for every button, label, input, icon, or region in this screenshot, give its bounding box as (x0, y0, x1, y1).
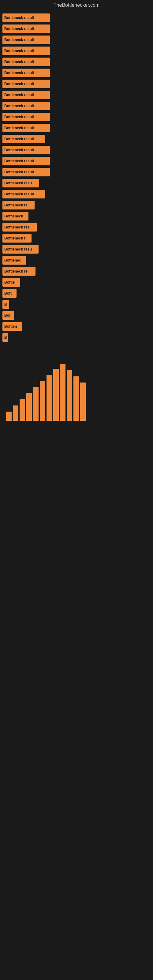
bottleneck-bar: Bottle (2, 278, 20, 286)
vertical-bar (40, 381, 45, 421)
bottleneck-bar: Bottleneck result (2, 46, 50, 55)
bottleneck-bar: Bottleneck resu (2, 245, 38, 254)
bar-label: Bottleneck result (4, 126, 34, 130)
bottleneck-bar: Bottlenec (2, 256, 26, 265)
bar-row: Bottleneck resu (2, 179, 153, 188)
bar-label: Bottleneck resu (4, 247, 32, 251)
bar-row: Bottleneck (2, 212, 153, 221)
bottleneck-bar: Bottleneck result (2, 102, 50, 110)
bar-label: Bottleneck result (4, 49, 34, 53)
bar-label: Bottleneck result (4, 115, 34, 119)
bar-row: Bottleneck r (2, 234, 153, 243)
bottleneck-bar: Bottleneck result (2, 146, 50, 154)
vertical-bar (13, 406, 18, 421)
site-title: TheBottlenecker.com (0, 0, 153, 10)
vertical-bar (19, 399, 25, 421)
bar-row: Bottleneck result (2, 168, 153, 177)
vertical-bar (26, 393, 32, 421)
bar-row: Bottleneck result (2, 24, 153, 33)
bottleneck-bar: Bottleneck result (2, 57, 50, 66)
bar-row: Bottleneck re (2, 267, 153, 275)
bottleneck-bar: Bottleneck result (2, 68, 50, 77)
bar-row: Bott (2, 289, 153, 298)
bar-row: Bottleneck result (2, 46, 153, 55)
bar-row: Bottle (2, 278, 153, 286)
bottleneck-bar: Bottleneck result (2, 124, 50, 132)
bar-label: Bot (4, 313, 10, 318)
bar-label: Bottleneck result (4, 71, 34, 75)
bar-row: Bottleneck result (2, 35, 153, 44)
bar-row: Bottleneck resu (2, 245, 153, 254)
bar-label: Bottleneck res (4, 225, 30, 229)
bar-label: Bottleneck result (4, 16, 34, 20)
bottleneck-bar: Bottleneck result (2, 168, 50, 177)
bar-row: Bottleneck result (2, 113, 153, 121)
bar-label: Bottleneck (4, 214, 23, 218)
vertical-bar (73, 376, 79, 421)
bar-row: Bottleneck res (2, 223, 153, 232)
vertical-bar (60, 364, 65, 421)
bar-row: Bottleneck result (2, 80, 153, 88)
bottleneck-bar: Bottleneck re (2, 201, 35, 210)
bar-label: B (4, 335, 7, 340)
bottleneck-bar: Bottleneck re (2, 267, 35, 275)
site-title-text: TheBottlenecker.com (54, 2, 99, 8)
bottleneck-bar: Bottleneck result (2, 91, 50, 99)
bar-label: Bottleneck result (4, 170, 34, 174)
bottleneck-bar: Bottlen (2, 322, 22, 331)
bottleneck-bar: Bottleneck result (2, 24, 50, 33)
vertical-bar (6, 412, 12, 421)
bottleneck-bar: Bottleneck result (2, 190, 45, 199)
bar-label: Bottleneck resu (4, 181, 32, 185)
vertical-bars-section (0, 360, 153, 421)
bottleneck-bar: Bott (2, 289, 16, 298)
bar-row: Bottleneck result (2, 146, 153, 154)
bar-row: B (2, 300, 153, 309)
bar-row: Bottleneck result (2, 91, 153, 99)
bar-label: Bottleneck re (4, 203, 27, 207)
bottleneck-bar: B (2, 333, 8, 342)
bar-label: Bottleneck result (4, 38, 34, 42)
bar-label: Bottleneck re (4, 269, 27, 274)
bar-row: Bottleneck result (2, 68, 153, 77)
bar-row: Bottleneck result (2, 102, 153, 110)
bar-label: Bottleneck result (4, 159, 34, 163)
bar-row: Bottleneck result (2, 124, 153, 132)
bar-row: Bottleneck result (2, 13, 153, 22)
bar-label: Bottlen (4, 324, 17, 329)
bar-row: Bottleneck re (2, 201, 153, 210)
bar-label: Bottleneck r (4, 236, 26, 240)
bar-row: Bottleneck result (2, 157, 153, 165)
vertical-bar (46, 375, 52, 421)
bar-label: Bottleneck result (4, 82, 34, 86)
bar-label: Bottleneck result (4, 93, 34, 97)
bottleneck-bar: Bottleneck result (2, 135, 45, 143)
bar-label: Bottlenec (4, 258, 21, 262)
vertical-bar (53, 369, 59, 421)
bottleneck-bar: Bottleneck result (2, 35, 50, 44)
bottleneck-bar: Bottleneck res (2, 223, 37, 232)
bottleneck-bar: Bottleneck result (2, 113, 50, 121)
bar-row: Bot (2, 311, 153, 320)
vertical-bar (33, 387, 38, 421)
bar-label: Bottleneck result (4, 104, 34, 108)
vertical-bar (80, 382, 86, 421)
bar-row: Bottleneck result (2, 190, 153, 199)
bottleneck-bar: Bottleneck r (2, 234, 32, 243)
bottleneck-bar: Bot (2, 311, 14, 320)
bar-label: Bottleneck result (4, 60, 34, 64)
bottleneck-bar: Bottleneck result (2, 13, 50, 22)
bottleneck-bar: B (2, 300, 9, 309)
bottleneck-bar: Bottleneck result (2, 80, 50, 88)
bottleneck-bar: Bottleneck (2, 212, 29, 221)
bar-label: B (4, 302, 7, 307)
bar-label: Bottleneck result (4, 27, 34, 31)
bar-row: B (2, 333, 153, 342)
bar-label: Bott (4, 291, 12, 296)
bar-row: Bottleneck result (2, 135, 153, 143)
bar-row: Bottlen (2, 322, 153, 331)
bar-label: Bottleneck result (4, 148, 34, 152)
bars-container: Bottleneck resultBottleneck resultBottle… (0, 10, 153, 347)
bar-row: Bottlenec (2, 256, 153, 265)
bar-label: Bottle (4, 280, 15, 285)
